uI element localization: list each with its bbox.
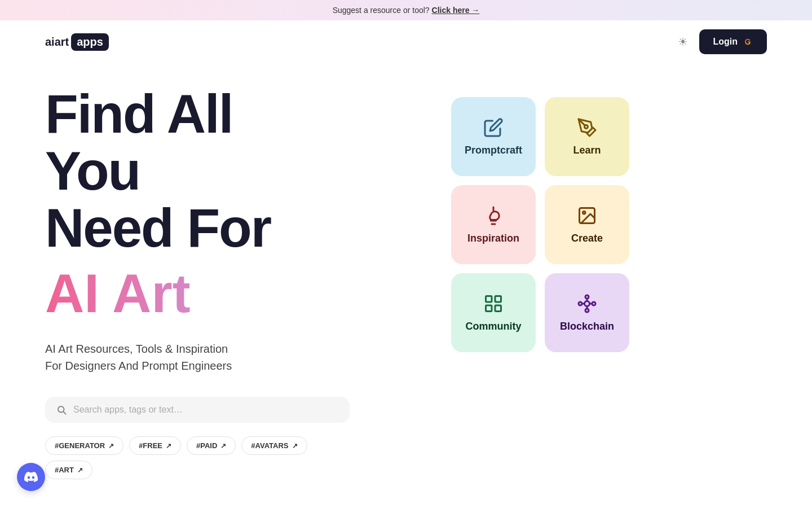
card-promptcraft[interactable]: Promptcraft bbox=[451, 97, 536, 176]
tag-label: #FREE bbox=[139, 441, 162, 450]
tag-trend-icon: ↗ bbox=[77, 466, 83, 474]
tag-art[interactable]: #ART↗ bbox=[45, 461, 92, 479]
hero-line1: Find All bbox=[45, 84, 232, 144]
promptcraft-icon bbox=[483, 117, 504, 138]
google-icon: G bbox=[742, 36, 753, 47]
tag-label: #ART bbox=[55, 466, 74, 474]
svg-point-2 bbox=[585, 125, 588, 128]
svg-line-1 bbox=[63, 412, 65, 414]
create-icon bbox=[577, 205, 597, 226]
hero-subtitle: AI Art Resources, Tools & Inspiration Fo… bbox=[45, 340, 429, 374]
banner-link[interactable]: Click here → bbox=[432, 6, 480, 15]
logo-text-aiart: aiart bbox=[45, 36, 69, 49]
search-icon bbox=[56, 405, 67, 415]
svg-point-5 bbox=[583, 211, 586, 214]
main-content: Find All You Need For AI Art AI Art Reso… bbox=[0, 63, 812, 508]
svg-point-11 bbox=[585, 295, 589, 299]
svg-point-14 bbox=[592, 302, 595, 305]
card-community[interactable]: Community bbox=[451, 273, 536, 352]
search-bar bbox=[45, 397, 350, 423]
promptcraft-label: Promptcraft bbox=[465, 144, 522, 156]
tag-trend-icon: ↗ bbox=[220, 442, 226, 450]
tags-row: #GENERATOR↗#FREE↗#PAID↗#AVATARS↗#ART↗ bbox=[45, 436, 350, 479]
svg-rect-8 bbox=[486, 305, 492, 312]
card-blockchain[interactable]: Blockchain bbox=[545, 273, 629, 352]
hero-line2: You bbox=[45, 141, 140, 201]
tag-trend-icon: ↗ bbox=[292, 442, 298, 450]
svg-point-12 bbox=[585, 309, 589, 312]
community-label: Community bbox=[466, 321, 522, 332]
hero-subtitle-line2: For Designers And Prompt Engineers bbox=[45, 360, 232, 372]
blockchain-icon bbox=[577, 294, 597, 314]
login-button[interactable]: Login G bbox=[699, 29, 767, 54]
sun-icon: ☀ bbox=[678, 35, 688, 49]
hero-gradient-text: AI Art bbox=[45, 265, 429, 322]
top-banner: Suggest a resource or tool? Click here → bbox=[0, 0, 812, 20]
card-learn[interactable]: Learn bbox=[545, 97, 629, 176]
left-content: Find All You Need For AI Art AI Art Reso… bbox=[45, 86, 429, 479]
discord-button[interactable] bbox=[17, 463, 45, 491]
tag-trend-icon: ↗ bbox=[108, 442, 114, 450]
learn-label: Learn bbox=[573, 144, 601, 156]
inspiration-icon bbox=[483, 205, 504, 226]
tag-label: #AVATARS bbox=[251, 441, 288, 450]
hero-title: Find All You Need For bbox=[45, 86, 429, 256]
logo-text-apps: apps bbox=[71, 33, 109, 51]
header-right: ☀ Login G bbox=[678, 29, 767, 54]
tag-generator[interactable]: #GENERATOR↗ bbox=[45, 436, 123, 455]
tag-label: #GENERATOR bbox=[55, 441, 105, 450]
tag-label: #PAID bbox=[196, 441, 217, 450]
login-label: Login bbox=[713, 37, 738, 47]
svg-rect-9 bbox=[495, 305, 501, 312]
card-inspiration[interactable]: Inspiration bbox=[451, 185, 536, 264]
card-create[interactable]: Create bbox=[545, 185, 629, 264]
hero-subtitle-line1: AI Art Resources, Tools & Inspiration bbox=[45, 343, 228, 355]
discord-icon bbox=[24, 470, 38, 484]
banner-text: Suggest a resource or tool? bbox=[333, 6, 430, 15]
tag-free[interactable]: #FREE↗ bbox=[129, 436, 181, 455]
svg-point-13 bbox=[579, 302, 582, 305]
community-icon bbox=[483, 294, 504, 314]
tag-trend-icon: ↗ bbox=[166, 442, 171, 450]
header: aiart apps ☀ Login G bbox=[0, 20, 812, 63]
blockchain-label: Blockchain bbox=[560, 321, 614, 332]
theme-toggle-button[interactable]: ☀ bbox=[678, 35, 688, 49]
inspiration-label: Inspiration bbox=[467, 233, 519, 244]
create-label: Create bbox=[571, 233, 603, 244]
svg-rect-6 bbox=[486, 296, 492, 302]
category-grid: Promptcraft Learn Inspiration Create Com… bbox=[451, 97, 629, 352]
tag-paid[interactable]: #PAID↗ bbox=[187, 436, 236, 455]
learn-icon bbox=[577, 117, 597, 138]
svg-rect-7 bbox=[495, 296, 501, 302]
logo[interactable]: aiart apps bbox=[45, 33, 109, 51]
tag-avatars[interactable]: #AVATARS↗ bbox=[241, 436, 307, 455]
search-input[interactable] bbox=[73, 405, 338, 415]
hero-line3: Need For bbox=[45, 198, 271, 258]
